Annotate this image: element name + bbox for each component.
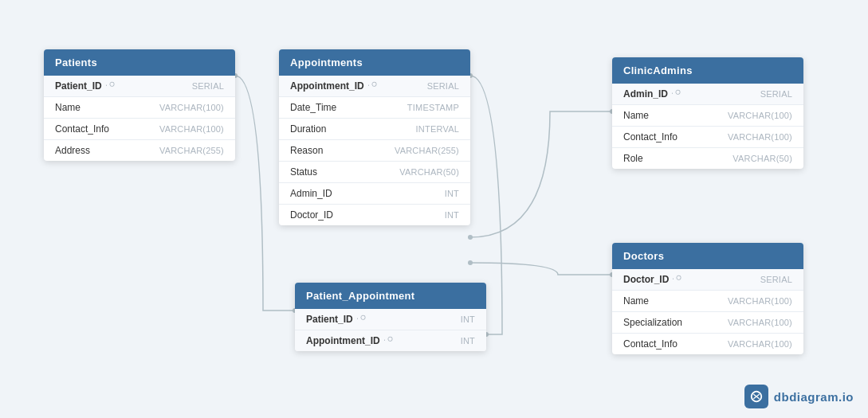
table-row: Duration INTERVAL (279, 119, 470, 140)
key-icon (368, 81, 378, 91)
key-icon (384, 336, 394, 346)
table-row: Contact_Info VARCHAR(100) (44, 119, 235, 140)
key-icon (357, 314, 367, 324)
table-row: Doctor_ID INT (279, 205, 470, 225)
table-row: Status VARCHAR(50) (279, 162, 470, 183)
table-row: Role VARCHAR(50) (612, 148, 803, 169)
table-row: Name VARCHAR(100) (612, 105, 803, 127)
table-row: Name VARCHAR(100) (612, 291, 803, 312)
table-row: Address VARCHAR(255) (44, 140, 235, 161)
diagram-canvas: Patients Patient_ID SERIAL Name VARCHAR(… (0, 0, 868, 418)
table-row: Specialization VARCHAR(100) (612, 312, 803, 334)
patients-table[interactable]: Patients Patient_ID SERIAL Name VARCHAR(… (44, 49, 235, 161)
appointments-table-header: Appointments (279, 49, 470, 76)
appointments-table[interactable]: Appointments Appointment_ID SERIAL Date_… (279, 49, 470, 225)
svg-point-6 (468, 260, 473, 265)
doctors-table-header: Doctors (612, 243, 803, 269)
table-row: Admin_ID SERIAL (612, 84, 803, 105)
svg-point-4 (468, 235, 473, 240)
patients-table-header: Patients (44, 49, 235, 76)
table-row: Contact_Info VARCHAR(100) (612, 127, 803, 148)
key-icon (672, 89, 681, 99)
brand-logo (744, 385, 768, 408)
table-row: Date_Time TIMESTAMP (279, 97, 470, 119)
table-row: Doctor_ID SERIAL (612, 269, 803, 291)
table-row: Name VARCHAR(100) (44, 97, 235, 119)
table-row: Patient_ID INT (295, 309, 486, 330)
clinicadmins-table[interactable]: ClinicAdmins Admin_ID SERIAL Name VARCHA… (612, 57, 803, 169)
key-icon (106, 81, 116, 91)
clinicadmins-table-header: ClinicAdmins (612, 57, 803, 84)
brand-text: dbdiagram.io (774, 390, 854, 404)
doctors-table[interactable]: Doctors Doctor_ID SERIAL Name VARCHAR(10… (612, 243, 803, 354)
key-icon (673, 275, 682, 284)
table-row: Admin_ID INT (279, 183, 470, 205)
patient-appointment-table[interactable]: Patient_Appointment Patient_ID INT Appoi… (295, 283, 486, 351)
patient-appointment-table-header: Patient_Appointment (295, 283, 486, 309)
table-row: Appointment_ID INT (295, 330, 486, 351)
table-row: Patient_ID SERIAL (44, 76, 235, 97)
table-row: Contact_Info VARCHAR(100) (612, 334, 803, 354)
table-row: Appointment_ID SERIAL (279, 76, 470, 97)
table-row: Reason VARCHAR(255) (279, 140, 470, 162)
brand-badge: dbdiagram.io (744, 385, 854, 408)
